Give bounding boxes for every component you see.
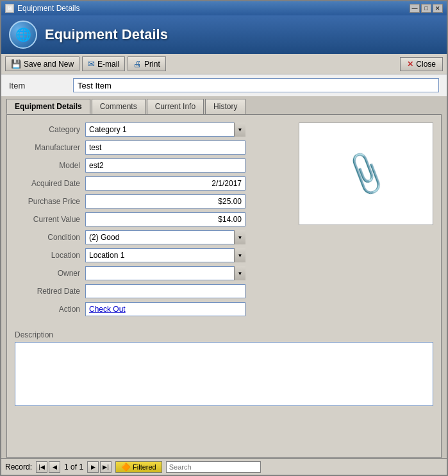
- action-field: Check Out: [85, 302, 245, 316]
- current-value-row: Current Value: [15, 212, 291, 226]
- title-bar-controls: — □ ✕: [410, 4, 443, 13]
- main-tabs-container: Equipment Details Comments Current Info …: [1, 96, 447, 458]
- condition-select-wrapper: (1) Excellent (2) Good (3) Fair (4) Poor…: [85, 230, 245, 244]
- retired-date-input[interactable]: [85, 284, 245, 298]
- check-out-link[interactable]: Check Out: [89, 305, 126, 314]
- save-new-label: Save and New: [24, 60, 74, 69]
- retired-date-row: Retired Date: [15, 284, 291, 298]
- record-number: 1 of 1: [62, 463, 86, 472]
- acquired-date-label: Acquired Date: [15, 179, 85, 188]
- filtered-label: Filtered: [133, 463, 156, 471]
- category-select[interactable]: Category 1 Category 2 Category 3: [85, 123, 245, 137]
- window-icon: 🖥: [5, 4, 14, 13]
- first-record-button[interactable]: |◀: [36, 461, 47, 473]
- close-window-button[interactable]: ✕: [433, 4, 443, 13]
- tab-equipment-details[interactable]: Equipment Details: [6, 99, 90, 114]
- owner-select[interactable]: [85, 266, 245, 280]
- category-select-wrapper: Category 1 Category 2 Category 3 ▼: [85, 123, 245, 137]
- category-label: Category: [15, 125, 85, 134]
- header-band: 🌐 Equipment Details: [1, 15, 447, 54]
- item-row: Item: [1, 74, 447, 96]
- condition-row: Condition (1) Excellent (2) Good (3) Fai…: [15, 230, 291, 244]
- image-box: 📎: [299, 123, 433, 225]
- filter-icon: 🔶: [121, 463, 131, 472]
- email-button[interactable]: ✉ E-mail: [82, 56, 125, 71]
- email-icon: ✉: [88, 59, 95, 69]
- owner-label: Owner: [15, 269, 85, 278]
- last-record-button[interactable]: ▶|: [100, 461, 112, 473]
- condition-select[interactable]: (1) Excellent (2) Good (3) Fair (4) Poor: [85, 230, 245, 244]
- tab-content: Category Category 1 Category 2 Category …: [6, 114, 442, 458]
- action-row: Action Check Out: [15, 302, 291, 316]
- close-button[interactable]: ✕ Close: [400, 57, 443, 71]
- model-label: Model: [15, 161, 85, 170]
- acquired-date-input[interactable]: [85, 176, 245, 191]
- purchase-price-row: Purchase Price: [15, 194, 291, 208]
- record-nav: |◀ ◀ 1 of 1 ▶ ▶|: [36, 461, 112, 473]
- tabs-row: Equipment Details Comments Current Info …: [6, 99, 442, 114]
- main-window: 🖥 Equipment Details — □ ✕ 🌐 Equipment De…: [0, 0, 448, 476]
- acquired-date-row: Acquired Date: [15, 176, 291, 191]
- owner-select-wrapper: ▼: [85, 266, 245, 280]
- title-bar: 🖥 Equipment Details — □ ✕: [1, 1, 447, 15]
- current-value-input[interactable]: [85, 212, 245, 226]
- minimize-button[interactable]: —: [410, 4, 420, 13]
- content-area: Category Category 1 Category 2 Category …: [15, 123, 433, 320]
- save-new-button[interactable]: 💾 Save and New: [5, 56, 79, 71]
- print-button[interactable]: 🖨 Print: [128, 56, 166, 71]
- manufacturer-label: Manufacturer: [15, 143, 85, 152]
- owner-row: Owner ▼: [15, 266, 291, 280]
- header-title: Equipment Details: [45, 26, 168, 43]
- print-label: Print: [144, 60, 160, 69]
- image-section: 📎: [299, 123, 433, 320]
- action-label: Action: [15, 305, 85, 314]
- manufacturer-row: Manufacturer: [15, 140, 291, 155]
- description-label: Description: [15, 330, 433, 339]
- next-record-button[interactable]: ▶: [87, 461, 99, 473]
- retired-date-label: Retired Date: [15, 287, 85, 296]
- restore-button[interactable]: □: [421, 4, 431, 13]
- print-icon: 🖨: [133, 59, 142, 69]
- filtered-button[interactable]: 🔶 Filtered: [115, 461, 162, 473]
- status-bar: Record: |◀ ◀ 1 of 1 ▶ ▶| 🔶 Filtered: [1, 458, 447, 475]
- title-bar-left: 🖥 Equipment Details: [5, 4, 79, 13]
- record-label: Record:: [5, 463, 32, 472]
- paperclip-icon: 📎: [341, 149, 391, 198]
- model-row: Model: [15, 158, 291, 173]
- item-input[interactable]: [73, 78, 439, 92]
- category-row: Category Category 1 Category 2 Category …: [15, 123, 291, 137]
- window-title: Equipment Details: [17, 4, 79, 13]
- location-select-wrapper: Location 1 Location 2 Location 3 ▼: [85, 248, 245, 262]
- search-input[interactable]: [166, 461, 261, 473]
- purchase-price-input[interactable]: [85, 194, 245, 208]
- close-label: Close: [416, 60, 436, 69]
- item-label: Item: [9, 81, 73, 90]
- form-section: Category Category 1 Category 2 Category …: [15, 123, 291, 320]
- save-icon: 💾: [11, 59, 21, 69]
- header-icon: 🌐: [9, 21, 37, 49]
- manufacturer-input[interactable]: [85, 140, 245, 155]
- model-input[interactable]: [85, 158, 245, 173]
- prev-record-button[interactable]: ◀: [49, 461, 60, 473]
- description-section: Description: [15, 330, 433, 408]
- condition-label: Condition: [15, 233, 85, 242]
- email-label: E-mail: [97, 60, 119, 69]
- tab-history[interactable]: History: [205, 99, 245, 114]
- toolbar: 💾 Save and New ✉ E-mail 🖨 Print ✕ Close: [1, 54, 447, 74]
- tab-comments[interactable]: Comments: [92, 99, 145, 114]
- close-icon: ✕: [407, 60, 413, 69]
- location-row: Location Location 1 Location 2 Location …: [15, 248, 291, 262]
- globe-icon: 🌐: [15, 27, 31, 42]
- tab-current-info[interactable]: Current Info: [147, 99, 204, 114]
- purchase-price-label: Purchase Price: [15, 197, 85, 206]
- location-label: Location: [15, 251, 85, 260]
- location-select[interactable]: Location 1 Location 2 Location 3: [85, 248, 245, 262]
- description-textarea[interactable]: [15, 342, 433, 406]
- current-value-label: Current Value: [15, 215, 85, 224]
